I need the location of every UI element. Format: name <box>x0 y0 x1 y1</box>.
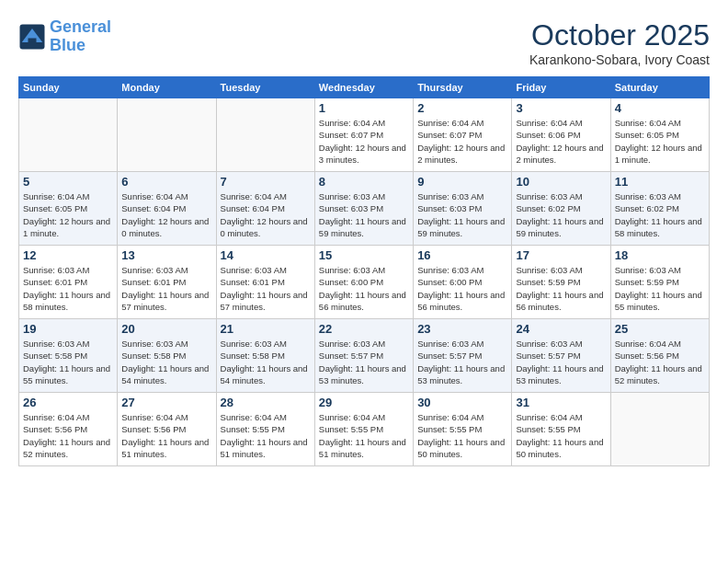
weekday-header-sunday: Sunday <box>19 77 118 98</box>
weekday-header-saturday: Saturday <box>610 77 709 98</box>
calendar-cell: 26Sunrise: 6:04 AM Sunset: 5:56 PM Dayli… <box>19 393 118 466</box>
weekday-header-row: SundayMondayTuesdayWednesdayThursdayFrid… <box>19 77 710 98</box>
calendar-cell <box>118 98 216 172</box>
calendar-cell: 25Sunrise: 6:04 AM Sunset: 5:56 PM Dayli… <box>610 319 709 393</box>
day-number: 1 <box>319 101 409 115</box>
calendar-week-5: 26Sunrise: 6:04 AM Sunset: 5:56 PM Dayli… <box>19 393 710 466</box>
day-number: 31 <box>516 396 606 409</box>
calendar-cell: 28Sunrise: 6:04 AM Sunset: 5:55 PM Dayli… <box>216 393 314 466</box>
day-number: 11 <box>615 175 705 189</box>
weekday-header-tuesday: Tuesday <box>216 77 314 98</box>
day-info: Sunrise: 6:04 AM Sunset: 5:56 PM Dayligh… <box>615 338 705 386</box>
day-number: 5 <box>23 175 113 189</box>
calendar-cell: 3Sunrise: 6:04 AM Sunset: 6:06 PM Daylig… <box>512 98 610 172</box>
day-number: 20 <box>121 322 211 336</box>
calendar-cell: 18Sunrise: 6:03 AM Sunset: 5:59 PM Dayli… <box>610 246 709 319</box>
calendar-cell: 22Sunrise: 6:03 AM Sunset: 5:57 PM Dayli… <box>314 319 413 393</box>
calendar-cell: 24Sunrise: 6:03 AM Sunset: 5:57 PM Dayli… <box>512 319 610 393</box>
day-info: Sunrise: 6:04 AM Sunset: 5:56 PM Dayligh… <box>23 411 113 460</box>
month-title: October 2025 <box>529 18 710 52</box>
calendar-cell: 14Sunrise: 6:03 AM Sunset: 6:01 PM Dayli… <box>216 246 314 319</box>
calendar-cell: 17Sunrise: 6:03 AM Sunset: 5:59 PM Dayli… <box>512 246 610 319</box>
calendar-cell: 2Sunrise: 6:04 AM Sunset: 6:07 PM Daylig… <box>414 98 512 172</box>
day-number: 14 <box>221 248 311 262</box>
day-info: Sunrise: 6:04 AM Sunset: 5:55 PM Dayligh… <box>221 411 311 460</box>
day-number: 25 <box>615 322 705 336</box>
logo-blue: Blue <box>50 36 85 54</box>
day-info: Sunrise: 6:04 AM Sunset: 6:04 PM Dayligh… <box>121 190 211 239</box>
weekday-header-monday: Monday <box>118 77 216 98</box>
day-number: 15 <box>319 248 409 262</box>
calendar-cell: 7Sunrise: 6:04 AM Sunset: 6:04 PM Daylig… <box>216 172 314 246</box>
calendar-cell: 13Sunrise: 6:03 AM Sunset: 6:01 PM Dayli… <box>118 246 216 319</box>
day-info: Sunrise: 6:03 AM Sunset: 5:57 PM Dayligh… <box>319 338 409 386</box>
day-info: Sunrise: 6:03 AM Sunset: 5:58 PM Dayligh… <box>121 338 211 386</box>
calendar-cell: 21Sunrise: 6:03 AM Sunset: 5:58 PM Dayli… <box>216 319 314 393</box>
calendar-cell: 9Sunrise: 6:03 AM Sunset: 6:03 PM Daylig… <box>414 172 512 246</box>
calendar-cell: 31Sunrise: 6:04 AM Sunset: 5:55 PM Dayli… <box>512 393 610 466</box>
day-number: 16 <box>417 248 507 262</box>
calendar-week-3: 12Sunrise: 6:03 AM Sunset: 6:01 PM Dayli… <box>19 246 710 319</box>
title-block: October 2025 Karankono-Sobara, Ivory Coa… <box>529 18 710 67</box>
day-info: Sunrise: 6:03 AM Sunset: 6:01 PM Dayligh… <box>221 264 311 313</box>
day-number: 13 <box>121 248 211 262</box>
day-info: Sunrise: 6:04 AM Sunset: 6:07 PM Dayligh… <box>417 117 507 166</box>
day-number: 30 <box>417 396 507 409</box>
day-info: Sunrise: 6:03 AM Sunset: 5:57 PM Dayligh… <box>417 338 507 386</box>
calendar-cell: 5Sunrise: 6:04 AM Sunset: 6:05 PM Daylig… <box>19 172 118 246</box>
day-number: 23 <box>417 322 507 336</box>
day-info: Sunrise: 6:04 AM Sunset: 6:05 PM Dayligh… <box>615 117 705 166</box>
day-info: Sunrise: 6:04 AM Sunset: 6:05 PM Dayligh… <box>23 190 113 239</box>
location-subtitle: Karankono-Sobara, Ivory Coast <box>529 52 710 67</box>
calendar-week-1: 1Sunrise: 6:04 AM Sunset: 6:07 PM Daylig… <box>19 98 710 172</box>
day-info: Sunrise: 6:03 AM Sunset: 6:00 PM Dayligh… <box>417 264 507 313</box>
day-number: 10 <box>516 175 606 189</box>
day-number: 6 <box>121 175 211 189</box>
day-number: 21 <box>221 322 311 336</box>
calendar-cell: 30Sunrise: 6:04 AM Sunset: 5:55 PM Dayli… <box>414 393 512 466</box>
day-info: Sunrise: 6:04 AM Sunset: 5:55 PM Dayligh… <box>516 411 606 460</box>
calendar-cell: 10Sunrise: 6:03 AM Sunset: 6:02 PM Dayli… <box>512 172 610 246</box>
day-info: Sunrise: 6:04 AM Sunset: 5:56 PM Dayligh… <box>121 411 211 460</box>
day-info: Sunrise: 6:03 AM Sunset: 5:57 PM Dayligh… <box>516 338 606 386</box>
calendar-cell <box>610 393 709 466</box>
calendar-week-4: 19Sunrise: 6:03 AM Sunset: 5:58 PM Dayli… <box>19 319 710 393</box>
day-info: Sunrise: 6:03 AM Sunset: 5:59 PM Dayligh… <box>516 264 606 313</box>
day-info: Sunrise: 6:03 AM Sunset: 6:01 PM Dayligh… <box>121 264 211 313</box>
day-info: Sunrise: 6:04 AM Sunset: 6:06 PM Dayligh… <box>516 117 606 166</box>
day-info: Sunrise: 6:03 AM Sunset: 6:02 PM Dayligh… <box>516 190 606 239</box>
day-number: 3 <box>516 101 606 115</box>
day-number: 2 <box>417 101 507 115</box>
day-info: Sunrise: 6:03 AM Sunset: 5:59 PM Dayligh… <box>615 264 705 313</box>
calendar-cell: 20Sunrise: 6:03 AM Sunset: 5:58 PM Dayli… <box>118 319 216 393</box>
day-number: 26 <box>23 396 113 409</box>
day-info: Sunrise: 6:04 AM Sunset: 5:55 PM Dayligh… <box>417 411 507 460</box>
calendar-cell: 12Sunrise: 6:03 AM Sunset: 6:01 PM Dayli… <box>19 246 118 319</box>
calendar-cell: 19Sunrise: 6:03 AM Sunset: 5:58 PM Dayli… <box>19 319 118 393</box>
day-number: 19 <box>23 322 113 336</box>
calendar-cell: 6Sunrise: 6:04 AM Sunset: 6:04 PM Daylig… <box>118 172 216 246</box>
calendar-cell <box>19 98 118 172</box>
day-info: Sunrise: 6:04 AM Sunset: 5:55 PM Dayligh… <box>319 411 409 460</box>
day-info: Sunrise: 6:04 AM Sunset: 6:04 PM Dayligh… <box>221 190 311 239</box>
calendar-cell: 15Sunrise: 6:03 AM Sunset: 6:00 PM Dayli… <box>314 246 413 319</box>
day-info: Sunrise: 6:03 AM Sunset: 6:03 PM Dayligh… <box>319 190 409 239</box>
calendar-cell: 27Sunrise: 6:04 AM Sunset: 5:56 PM Dayli… <box>118 393 216 466</box>
weekday-header-wednesday: Wednesday <box>314 77 413 98</box>
calendar-cell: 23Sunrise: 6:03 AM Sunset: 5:57 PM Dayli… <box>414 319 512 393</box>
day-number: 28 <box>221 396 311 409</box>
logo: General Blue <box>18 18 111 55</box>
day-info: Sunrise: 6:03 AM Sunset: 6:02 PM Dayligh… <box>615 190 705 239</box>
calendar-week-2: 5Sunrise: 6:04 AM Sunset: 6:05 PM Daylig… <box>19 172 710 246</box>
logo-general: General <box>50 17 111 36</box>
calendar-cell <box>216 98 314 172</box>
calendar-cell: 16Sunrise: 6:03 AM Sunset: 6:00 PM Dayli… <box>414 246 512 319</box>
svg-rect-2 <box>28 38 37 48</box>
day-info: Sunrise: 6:03 AM Sunset: 6:01 PM Dayligh… <box>23 264 113 313</box>
calendar-cell: 1Sunrise: 6:04 AM Sunset: 6:07 PM Daylig… <box>314 98 413 172</box>
day-number: 7 <box>221 175 311 189</box>
calendar-table: SundayMondayTuesdayWednesdayThursdayFrid… <box>18 76 710 466</box>
day-number: 12 <box>23 248 113 262</box>
page-header: General Blue October 2025 Karankono-Soba… <box>18 18 710 67</box>
day-number: 4 <box>615 101 705 115</box>
